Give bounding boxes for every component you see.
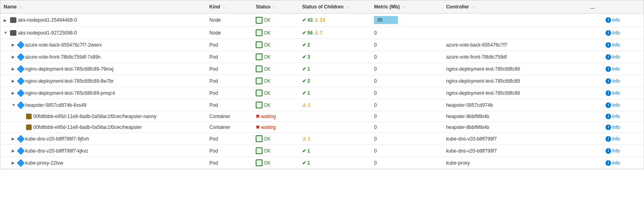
info-cell[interactable]: i Info <box>602 111 644 122</box>
metric-cell: 95 <box>371 14 443 27</box>
info-cell[interactable]: i Info <box>602 14 644 27</box>
ok-label: OK <box>264 54 271 60</box>
resource-table: Name ↑↓ Kind ↑↓ Status ↑↓ Status of Chil… <box>0 0 644 169</box>
controller-cell: kube-dns-v20-b8ff799f7 <box>443 133 587 145</box>
pod-icon <box>17 135 25 143</box>
pod-icon <box>17 159 25 167</box>
info-link[interactable]: i Info <box>606 114 640 119</box>
ok-label: OK <box>264 42 271 48</box>
resource-name: nginx-deployment-test-785c68fc89-pmqc4 <box>25 90 115 96</box>
name-cell: ▶ kube-proxy-22tvw <box>0 157 206 169</box>
kind-cell: Pod <box>206 75 253 87</box>
name-cell: ▶ kube-dns-v20-b8ff799f7-9j6vh <box>0 133 206 145</box>
col-header-children[interactable]: Status of Children ↑↓ <box>299 0 371 14</box>
info-link[interactable]: i Info <box>606 42 640 48</box>
status-ok: OK <box>256 159 296 166</box>
expand-arrow[interactable]: ▶ <box>12 137 16 141</box>
collapse-arrow[interactable]: ▼ <box>12 103 16 107</box>
col-header-name[interactable]: Name ↑↓ <box>0 0 206 14</box>
info-cell[interactable]: i Info <box>602 157 644 169</box>
x-mark-icon: ✖ <box>256 114 260 119</box>
dots-cell <box>587 63 603 75</box>
ok-label: OK <box>264 17 271 23</box>
info-label: Info <box>612 42 620 48</box>
kind-cell: Pod <box>206 87 253 99</box>
expand-arrow[interactable]: ▶ <box>12 91 16 95</box>
info-icon: i <box>606 160 611 166</box>
info-cell[interactable]: i Info <box>602 75 644 87</box>
info-link[interactable]: i Info <box>606 54 640 60</box>
info-cell[interactable]: i Info <box>602 99 644 111</box>
info-label: Info <box>612 114 620 119</box>
children-cell: ✔ 1 <box>299 157 371 169</box>
name-cell: ▶ nginx-deployment-test-785c68fc89-pmqc4 <box>0 87 206 99</box>
name-cell: ▶ 00fd6bbb-e95d-11e8-8adb-0a58ac1f0cec/h… <box>0 122 206 133</box>
collapse-arrow[interactable]: ▼ <box>4 31 8 35</box>
info-link[interactable]: i Info <box>606 90 640 96</box>
info-cell[interactable]: i Info <box>602 122 644 133</box>
col-header-metric[interactable]: Metric (Mb) ↑↓ <box>371 0 443 14</box>
metric-value: 0 <box>374 66 377 72</box>
expand-arrow[interactable]: ▶ <box>12 149 16 153</box>
expand-arrow[interactable]: ▶ <box>12 55 16 59</box>
kind-value: Pod <box>210 160 218 166</box>
info-link[interactable]: i Info <box>606 102 640 108</box>
info-link[interactable]: i Info <box>606 160 640 166</box>
metric-value: 0 <box>374 78 377 84</box>
info-cell[interactable]: i Info <box>602 87 644 99</box>
metric-cell: 0 <box>371 51 443 63</box>
controller-value: kube-dns-v20-b8ff799f7 <box>446 148 497 154</box>
metric-value: 0 <box>374 148 377 154</box>
info-cell[interactable]: i Info <box>602 39 644 51</box>
waiting-label: waiting <box>261 124 276 130</box>
name-cell: ▶ 00fd6bbb-e95d-11e8-8adb-0a58ac1f0cec/h… <box>0 111 206 122</box>
kind-cell: Pod <box>206 39 253 51</box>
info-link[interactable]: i Info <box>606 30 640 36</box>
col-header-kind[interactable]: Kind ↑↓ <box>206 0 253 14</box>
children-cell: ✔ 2 <box>299 39 371 51</box>
info-cell[interactable]: i Info <box>602 63 644 75</box>
expand-arrow[interactable]: ▶ <box>4 18 8 22</box>
info-cell[interactable]: i Info <box>602 145 644 157</box>
controller-cell: nginx-deployment-test-785c68fc89 <box>443 87 587 99</box>
children-cell: ✔ 43 ⚠ 23 <box>299 14 371 27</box>
info-cell[interactable]: i Info <box>602 27 644 39</box>
info-label: Info <box>612 136 620 142</box>
expand-arrow[interactable]: ▶ <box>12 67 16 71</box>
info-cell[interactable]: i Info <box>602 133 644 145</box>
info-link[interactable]: i Info <box>606 136 640 142</box>
col-header-controller[interactable]: Controller ↑↓ <box>443 0 587 14</box>
pod-icon <box>17 41 25 49</box>
dots-cell <box>587 145 603 157</box>
info-icon: i <box>606 148 611 154</box>
info-icon: i <box>606 78 611 84</box>
expand-arrow[interactable]: ▶ <box>12 161 16 165</box>
metric-value: 0 <box>374 160 377 166</box>
node-icon <box>10 17 16 23</box>
controller-value: azure-vote-back-655476c7f7 <box>446 42 507 48</box>
info-link[interactable]: i Info <box>606 17 640 23</box>
resource-name: 00fd6bbb-e95d-11e8-8adb-0a58ac1f0cec/hea… <box>33 114 157 119</box>
ok-label: OK <box>264 78 271 84</box>
resource-name: azure-vote-front-78b9c759df-7s89n <box>25 54 101 60</box>
table-row: ▶ nginx-deployment-test-785c68fc89-pmqc4… <box>0 87 644 99</box>
controller-cell: kube-proxy <box>443 157 587 169</box>
expand-arrow[interactable]: ▶ <box>12 43 16 47</box>
kind-value: Container <box>210 114 230 119</box>
dots-cell <box>587 99 603 111</box>
info-icon: i <box>606 90 611 96</box>
kind-cell: Pod <box>206 51 253 63</box>
expand-arrow[interactable]: ▶ <box>12 79 16 83</box>
info-cell[interactable]: i Info <box>602 51 644 63</box>
table-row: ▶ 00fd6bbb-e95d-11e8-8adb-0a58ac1f0cec/h… <box>0 122 644 133</box>
dots-cell <box>587 122 603 133</box>
info-link[interactable]: i Info <box>606 78 640 84</box>
status-ok: OK <box>256 41 296 48</box>
info-link[interactable]: i Info <box>606 148 640 154</box>
col-header-status[interactable]: Status ↑↓ <box>252 0 299 14</box>
metric-value: 0 <box>374 30 377 36</box>
info-link[interactable]: i Info <box>606 66 640 72</box>
resource-name: heapster-5857cd974b-6xs49 <box>25 102 87 108</box>
info-link[interactable]: i Info <box>606 124 640 130</box>
status-cell: OK <box>252 75 299 87</box>
